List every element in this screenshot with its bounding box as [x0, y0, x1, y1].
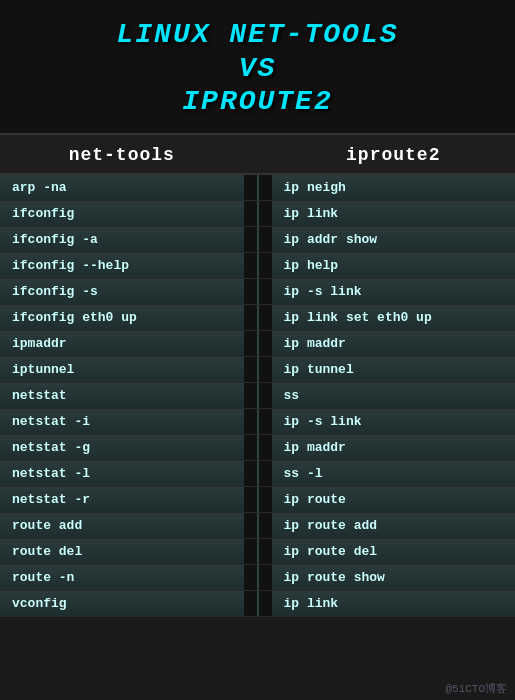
row-divider [244, 253, 272, 278]
table-row: vconfigip link [0, 591, 515, 617]
title-line3: IPROUTE2 [182, 86, 332, 117]
title-line2: VS [239, 53, 277, 84]
right-cell: ip maddr [272, 435, 516, 460]
table-row: netstatss [0, 383, 515, 409]
header: LINUX NET-TOOLS VS IPROUTE2 [0, 0, 515, 135]
table-row: route -nip route show [0, 565, 515, 591]
row-divider [244, 305, 272, 330]
right-cell: ip help [272, 253, 516, 278]
table-row: ifconfig -sip -s link [0, 279, 515, 305]
row-divider [244, 539, 272, 564]
left-column-header: net-tools [0, 145, 244, 165]
row-divider [244, 383, 272, 408]
row-divider [244, 227, 272, 252]
right-cell: ip addr show [272, 227, 516, 252]
table: arp -naip neighifconfigip linkifconfig -… [0, 175, 515, 617]
left-cell: route add [0, 513, 244, 538]
left-cell: netstat -l [0, 461, 244, 486]
left-cell: netstat -i [0, 409, 244, 434]
table-row: netstat -lss -l [0, 461, 515, 487]
table-row: netstat -rip route [0, 487, 515, 513]
table-row: ifconfig -aip addr show [0, 227, 515, 253]
right-column-header: iproute2 [272, 145, 516, 165]
left-cell: ifconfig -s [0, 279, 244, 304]
right-cell: ip link set eth0 up [272, 305, 516, 330]
right-cell: ip -s link [272, 409, 516, 434]
right-cell: ss [272, 383, 516, 408]
table-row: netstat -gip maddr [0, 435, 515, 461]
table-row: iptunnelip tunnel [0, 357, 515, 383]
left-cell: ifconfig --help [0, 253, 244, 278]
left-cell: netstat -g [0, 435, 244, 460]
row-divider [244, 487, 272, 512]
watermark: @51CTO博客 [445, 681, 507, 696]
left-cell: ifconfig [0, 201, 244, 226]
left-cell: ifconfig eth0 up [0, 305, 244, 330]
row-divider [244, 357, 272, 382]
left-cell: route del [0, 539, 244, 564]
left-cell: arp -na [0, 175, 244, 200]
table-row: ifconfig eth0 upip link set eth0 up [0, 305, 515, 331]
table-row: route addip route add [0, 513, 515, 539]
row-divider [244, 461, 272, 486]
left-cell: netstat -r [0, 487, 244, 512]
header-divider [244, 145, 272, 165]
table-row: ifconfigip link [0, 201, 515, 227]
left-cell: netstat [0, 383, 244, 408]
left-cell: vconfig [0, 591, 244, 616]
right-cell: ip route add [272, 513, 516, 538]
left-cell: iptunnel [0, 357, 244, 382]
page-wrapper: LINUX NET-TOOLS VS IPROUTE2 net-tools ip… [0, 0, 515, 700]
left-cell: route -n [0, 565, 244, 590]
right-cell: ss -l [272, 461, 516, 486]
right-cell: ip route show [272, 565, 516, 590]
row-divider [244, 513, 272, 538]
row-divider [244, 435, 272, 460]
row-divider [244, 279, 272, 304]
right-cell: ip neigh [272, 175, 516, 200]
right-cell: ip -s link [272, 279, 516, 304]
right-cell: ip maddr [272, 331, 516, 356]
table-row: ifconfig --helpip help [0, 253, 515, 279]
right-cell: ip route [272, 487, 516, 512]
row-divider [244, 591, 272, 616]
table-row: netstat -iip -s link [0, 409, 515, 435]
row-divider [244, 201, 272, 226]
table-row: ipmaddrip maddr [0, 331, 515, 357]
left-cell: ifconfig -a [0, 227, 244, 252]
right-cell: ip route del [272, 539, 516, 564]
right-cell: ip link [272, 201, 516, 226]
column-headers: net-tools iproute2 [0, 135, 515, 175]
right-cell: ip tunnel [272, 357, 516, 382]
row-divider [244, 331, 272, 356]
row-divider [244, 175, 272, 200]
left-cell: ipmaddr [0, 331, 244, 356]
row-divider [244, 565, 272, 590]
right-cell: ip link [272, 591, 516, 616]
row-divider [244, 409, 272, 434]
table-row: arp -naip neigh [0, 175, 515, 201]
table-row: route delip route del [0, 539, 515, 565]
header-title: LINUX NET-TOOLS VS IPROUTE2 [10, 18, 505, 119]
title-line1: LINUX NET-TOOLS [116, 19, 398, 50]
